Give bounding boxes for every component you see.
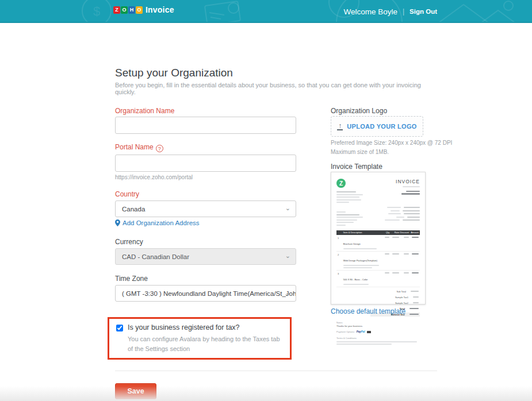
upload-icon: ↑ — [337, 123, 343, 130]
user-area: Welcome Boyle | Sign Out — [343, 0, 437, 23]
zoho-logo-letter-h: H — [128, 6, 135, 14]
portal-name-label-text: Portal Name — [115, 143, 154, 151]
col-item: Item & Description — [343, 231, 380, 234]
currency-label: Currency — [115, 238, 143, 246]
template-invoice-title: INVOICE — [396, 179, 420, 184]
portal-url-hint: https://invoice.zoho.com/portal — [115, 174, 193, 180]
zoho-invoice-logo[interactable]: Z O H O Invoice — [113, 5, 174, 14]
timezone-label: Time Zone — [115, 275, 148, 283]
timezone-select[interactable]: ( GMT -3:30 ) Newfoundland Daylight Time… — [115, 285, 296, 302]
setup-form: Setup your Organization Before you begin… — [0, 23, 532, 386]
item-desc: Brochure Design — [343, 237, 380, 249]
template-company-block: Z — [336, 179, 363, 203]
organization-name-input[interactable] — [115, 117, 296, 134]
template-notes: Notes Thanks for your business. — [336, 321, 420, 328]
upload-logo-text: UPLOAD YOUR LOGO — [347, 123, 416, 130]
welcome-text: Welcome Boyle — [343, 7, 397, 16]
add-address-link-text: Add Organization Address — [123, 219, 200, 226]
add-organization-address-link[interactable]: Add Organization Address — [115, 219, 200, 226]
section-divider — [115, 371, 437, 371]
invoice-template-label: Invoice Template — [331, 163, 382, 171]
item-index: 2 — [338, 253, 343, 256]
save-button[interactable]: Save — [115, 383, 156, 399]
zoho-invoice-setup-screen: $ Z O H O Invoice Welcome Boyle — [0, 0, 532, 401]
item-desc: 500 X 80 - Basic - Color — [343, 272, 380, 285]
template-invoice-meta — [385, 207, 420, 226]
item-index: 1 — [338, 237, 343, 240]
template-item-row: 1 Brochure Design — [336, 235, 420, 252]
item-name: Brochure Design — [343, 242, 361, 245]
item-name: 500 X 80 - Basic - Color — [343, 278, 368, 281]
choose-default-template-link[interactable]: Choose default template — [331, 307, 405, 315]
template-balance-block — [396, 191, 420, 195]
col-amount: Amount — [409, 231, 419, 234]
help-icon[interactable]: ? — [156, 145, 163, 152]
zoho-logo-letter-z: Z — [113, 6, 120, 14]
max-size-hint: Maximum size of 1MB. — [331, 149, 389, 155]
image-size-hint: Preferred Image Size: 240px x 240px @ 72… — [331, 140, 452, 146]
notes-text: Thanks for your business. — [336, 325, 420, 327]
terms-label: Terms & Conditions — [336, 337, 420, 340]
tax-registered-checkbox[interactable] — [116, 325, 123, 331]
tax-registered-description: You can configure Avalara by heading to … — [128, 334, 282, 353]
template-payment-options: Payment Options: PayPal — [336, 330, 420, 333]
col-qty: Qty — [380, 231, 389, 234]
col-discount: Discount — [399, 231, 409, 234]
organization-logo-label: Organization Logo — [331, 107, 387, 115]
zoho-logo-letter-o2: O — [136, 6, 143, 14]
upload-logo-button[interactable]: ↑ UPLOAD YOUR LOGO — [331, 116, 423, 137]
template-item-row: 2 Web Design Packages(Template) — [336, 252, 420, 271]
country-select[interactable]: Canada ⌄ — [115, 200, 296, 217]
tax-registered-label[interactable]: Is your business registered for tax? — [128, 323, 240, 331]
bottom-gradient — [0, 386, 532, 401]
payment-label: Payment Options: — [336, 330, 355, 333]
col-hash: # — [338, 231, 343, 234]
invoice-template-preview[interactable]: Z INVOICE — [331, 172, 426, 304]
template-meta-block — [336, 207, 420, 226]
card-icon — [367, 331, 371, 333]
svg-text:$: $ — [93, 4, 100, 18]
page-title: Setup your Organization — [115, 67, 233, 79]
organization-name-label: Organization Name — [115, 107, 174, 115]
tax-registration-section: Is your business registered for tax? You… — [116, 323, 284, 353]
currency-value: CAD - Canadian Dollar — [122, 253, 189, 260]
template-company-logo: Z — [336, 179, 346, 188]
item-index: 3 — [338, 272, 343, 275]
chevron-down-icon: ⌄ — [285, 252, 290, 259]
template-company-address — [336, 191, 363, 203]
map-pin-icon — [115, 219, 120, 226]
paypal-logo: PayPal — [357, 330, 365, 333]
template-item-row: 3 500 X 80 - Basic - Color — [336, 271, 420, 287]
template-terms: Terms & Conditions — [336, 337, 420, 345]
notes-label: Notes — [336, 321, 420, 324]
template-billto-block — [336, 211, 363, 226]
timezone-value: ( GMT -3:30 ) Newfoundland Daylight Time… — [122, 290, 296, 297]
item-name: Web Design Packages(Template) — [343, 259, 377, 262]
zoho-logo-letter-o1: O — [121, 6, 128, 14]
col-rate: Rate — [389, 231, 399, 234]
header-decorative-shapes: $ — [0, 0, 532, 23]
currency-select: CAD - Canadian Dollar ⌄ — [115, 248, 296, 265]
country-label: Country — [115, 190, 139, 198]
product-name: Invoice — [146, 5, 174, 14]
chevron-down-icon: ⌄ — [285, 204, 290, 211]
template-table-header: # Item & Description Qty Rate Discount A… — [336, 230, 420, 235]
page-subtitle: Before you begin, fill in the essential … — [115, 82, 428, 95]
app-header: $ Z O H O Invoice Welcome Boyle — [0, 0, 532, 23]
sign-out-link[interactable]: Sign Out — [409, 8, 437, 15]
zoho-logo-tiles: Z O H O — [113, 6, 143, 14]
country-value: Canada — [122, 206, 145, 213]
item-desc: Web Design Packages(Template) — [343, 253, 380, 268]
template-invoice-head: INVOICE — [396, 179, 420, 195]
portal-name-label: Portal Name? — [115, 143, 163, 152]
portal-name-input[interactable] — [115, 155, 296, 172]
user-separator: | — [403, 7, 404, 16]
template-items-table: # Item & Description Qty Rate Discount A… — [336, 230, 420, 287]
